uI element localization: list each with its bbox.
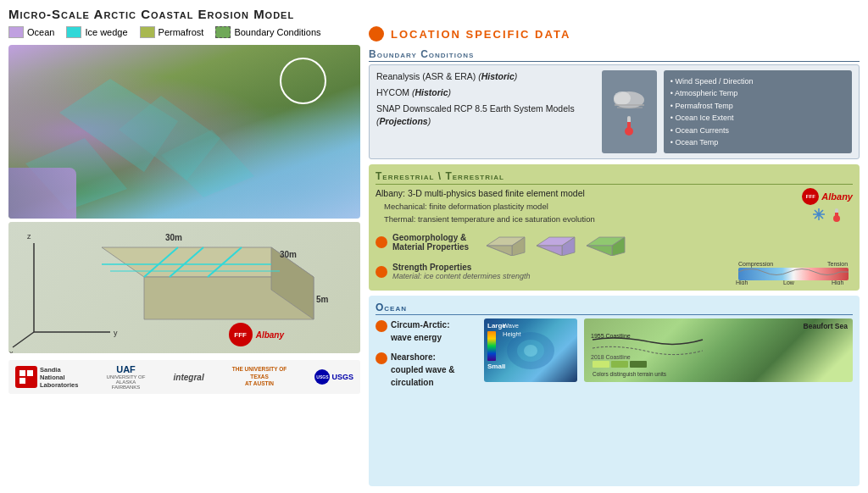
geo-row: Geomorphology &Material Properties — [376, 229, 853, 256]
svg-text:2018 Coastline: 2018 Coastline — [591, 354, 631, 360]
strength-svg: Compression Tension High Low High — [734, 259, 853, 285]
svg-rect-60 — [593, 361, 609, 368]
location-title: Location Specific Data — [391, 28, 570, 41]
legend-swatch-boundary — [215, 26, 231, 38]
circum-label: Circum-Arctic: wave energy — [391, 319, 449, 344]
svg-text:High: High — [832, 280, 844, 285]
svg-text:1955 Coastline: 1955 Coastline — [591, 333, 631, 339]
boundary-box: Reanalysis (ASR & ERA) (Historic) HYCOM … — [369, 64, 860, 159]
albany-badge: FFF Albany — [802, 188, 853, 205]
svg-rect-27 — [627, 122, 631, 130]
circum-dot — [376, 320, 387, 332]
boundary-section-title: Boundary Conditions — [369, 48, 860, 62]
strength-label: Strength Properties — [392, 263, 729, 272]
geo-mesh-1 — [482, 229, 529, 256]
coastline-svg: 1955 Coastline 2018 Coastline Colors dis… — [584, 319, 853, 382]
strength-text: Strength Properties Material: ice conten… — [392, 263, 729, 280]
albany-icons — [811, 207, 843, 222]
boundary-text: Reanalysis (ASR & ERA) (Historic) HYCOM … — [376, 70, 595, 153]
page-title: Micro-Scale Arctic Coastal Erosion Model — [8, 7, 860, 21]
svg-text:High: High — [736, 280, 748, 285]
albany-row: Albany: 3-D multi-physics based finite e… — [376, 188, 853, 225]
texas-logo: THE UNIVERSITY OFTEXASAT AUSTIN — [232, 366, 287, 387]
svg-rect-20 — [27, 378, 33, 384]
mesh-svg: z y x — [8, 222, 360, 353]
ocean-section: Ocean Circum-Arctic: wave energy Nearsho… — [369, 296, 860, 486]
svg-point-32 — [817, 213, 821, 216]
geo-blocks — [482, 229, 629, 256]
usgs-icon: USGS — [314, 369, 330, 385]
svg-point-22 — [614, 91, 631, 105]
sandia-label: SandiaNationalLaboratories — [40, 366, 78, 389]
legend-label-permafrost: Permafrost — [159, 27, 204, 37]
svg-rect-18 — [27, 370, 33, 376]
svg-point-57 — [524, 345, 537, 357]
albany-circle-text: FFF — [806, 194, 815, 199]
svg-text:Colors distinguish terrain uni: Colors distinguish terrain units — [593, 371, 667, 378]
integral-logo: integral — [174, 373, 204, 382]
uaf-label: UAF — [116, 364, 136, 374]
arctic-svg — [484, 319, 577, 382]
svg-text:30m: 30m — [165, 233, 182, 242]
location-orange-circle — [369, 26, 384, 42]
ocean-wave-vis: Large Small WaveHeight — [484, 319, 577, 382]
var-ice: • Ocean Ice Extent — [670, 112, 845, 124]
geo-label: Geomorphology &Material Properties — [392, 233, 477, 252]
sandia-logo: SandiaNationalLaboratories — [15, 366, 78, 389]
svg-rect-19 — [19, 378, 25, 384]
svg-text:Tension: Tension — [827, 261, 848, 267]
albany-icon: FFF — [229, 323, 253, 346]
albany-logo-mesh: FFF Albany — [229, 323, 284, 346]
geo-orange-dot — [376, 236, 387, 248]
terrain-image — [8, 45, 360, 219]
boundary-variables: • Wind Speed / Direction • Atmospheric T… — [664, 70, 852, 153]
mesh-image: z y x — [8, 222, 360, 353]
ocean-content: Circum-Arctic: wave energy Nearshore: co… — [376, 319, 853, 382]
terrestrial-section: Terrestrial \ Terrestrial Albany: 3-D mu… — [369, 164, 860, 291]
usgs-text: USGS — [331, 373, 353, 381]
geo-mesh-3 — [582, 229, 629, 256]
strength-vis: Compression Tension High Low High — [734, 259, 853, 285]
terrestrial-text: Albany: 3-D multi-physics based finite e… — [376, 188, 795, 225]
right-panel: Location Specific Data Boundary Conditio… — [369, 26, 860, 486]
legend-ocean: Ocean — [8, 26, 54, 38]
geo-mesh-2 — [532, 229, 579, 256]
nearshore-dot — [376, 352, 387, 364]
legend: Ocean Ice wedge Permafrost Boundary Cond… — [8, 26, 360, 38]
albany-main: Albany: 3-D multi-physics based finite e… — [376, 188, 795, 198]
nearshore-label: Nearshore: coupled wave & circulation — [391, 351, 477, 389]
svg-text:30m: 30m — [280, 250, 297, 259]
uaf-sublabel: UNIVERSITY OFALASKAFAIRBANKS — [107, 374, 146, 390]
albany-circle: FFF — [802, 188, 819, 205]
svg-text:z: z — [27, 232, 31, 241]
ocean-left: Circum-Arctic: wave energy Nearshore: co… — [376, 319, 477, 382]
left-panel: Ocean Ice wedge Permafrost Boundary Cond… — [8, 26, 360, 486]
thermometer-icon — [830, 207, 843, 222]
albany-badge-text: Albany — [821, 191, 853, 202]
strength-row: Strength Properties Material: ice conten… — [376, 259, 853, 285]
var-currents: • Ocean Currents — [670, 125, 845, 136]
weather-icon-2 — [616, 114, 642, 137]
var-atmo: • Atmospheric Temp — [670, 87, 845, 99]
var-permafrost: • Permafrost Temp — [670, 100, 845, 112]
svg-text:x: x — [9, 349, 14, 353]
legend-label-icewedge: Ice wedge — [85, 27, 127, 37]
boundary-source-1: Reanalysis (ASR & ERA) (Historic) — [376, 70, 595, 84]
sandia-icon — [15, 366, 37, 388]
circum-row: Circum-Arctic: wave energy — [376, 319, 477, 344]
boundary-section: Boundary Conditions Reanalysis (ASR & ER… — [369, 48, 860, 159]
legend-permafrost: Permafrost — [140, 26, 204, 38]
sandia-svg — [18, 368, 35, 385]
usgs-logo: USGS USGS — [314, 369, 353, 385]
location-header: Location Specific Data — [369, 26, 860, 42]
legend-boundary: Boundary Conditions — [215, 26, 320, 38]
uaf-logo: UAF UNIVERSITY OFALASKAFAIRBANKS — [107, 364, 146, 390]
albany-badge-group: FFF Albany — [802, 188, 853, 222]
var-ocean-temp: • Ocean Temp — [670, 136, 845, 148]
svg-text:5m: 5m — [316, 295, 329, 304]
svg-text:Low: Low — [783, 280, 795, 285]
ocean-map: Beaufort Sea 1955 Coastline 2018 Coastli… — [584, 319, 853, 382]
svg-rect-17 — [19, 370, 25, 376]
ocean-title: Ocean — [376, 302, 853, 315]
legend-swatch-permafrost — [140, 26, 155, 38]
